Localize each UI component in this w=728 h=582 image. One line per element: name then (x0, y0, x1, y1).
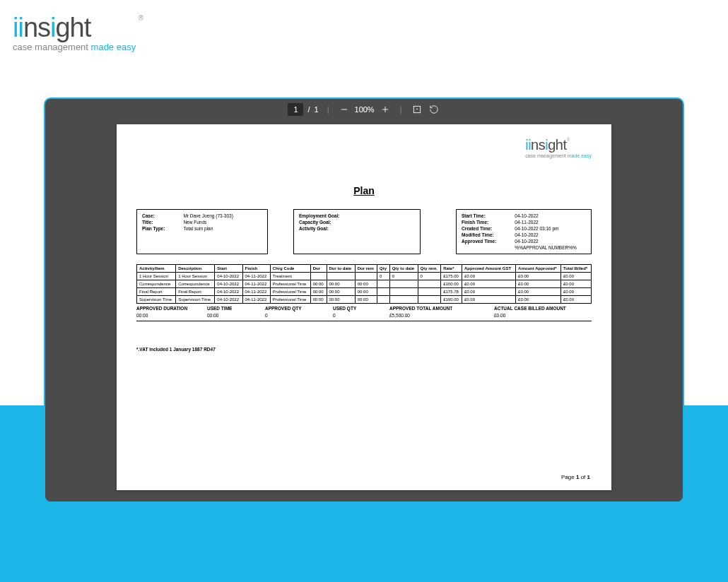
table-cell: 04-11-2022 (242, 280, 270, 288)
table-cell (418, 280, 441, 288)
table-cell: 04-11-2022 (242, 288, 270, 296)
table-cell (389, 296, 418, 304)
table-cell: Professional Time (270, 288, 310, 296)
table-cell (310, 273, 327, 280)
table-cell: £0.00 (462, 288, 516, 296)
document-page: iinsight® case management made easy Plan… (117, 124, 611, 490)
table-row: 1 Hour Session1 Hour Session04-10-202204… (137, 273, 592, 280)
table-header: Activity/Item (137, 265, 176, 273)
table-cell: Final Report (137, 288, 176, 296)
table-cell: £0.00 (560, 288, 591, 296)
plan-table: Activity/ItemDescriptionStartFinishChrg … (136, 264, 592, 304)
table-cell: £0.00 (462, 280, 516, 288)
document-title: Plan (136, 185, 592, 196)
table-cell (327, 273, 355, 280)
table-cell (418, 296, 441, 304)
table-cell: £175.00 (441, 273, 462, 280)
table-header: Finish (242, 265, 270, 273)
table-cell: 04-10-2022 (215, 288, 242, 296)
table-cell: £0.00 (516, 273, 561, 280)
table-cell: £190.00 (441, 296, 462, 304)
table-header: Total Billed* (560, 265, 591, 273)
table-cell: Professional Time (270, 280, 310, 288)
table-cell: Supervision Time (137, 296, 176, 304)
table-header: Start (215, 265, 242, 273)
meta-box-goals: Employment Goal: Capacity Goal: Activity… (293, 209, 421, 254)
fit-page-button[interactable] (411, 103, 423, 116)
table-cell: 00:00 (355, 296, 377, 304)
total-pages: 1 (315, 105, 319, 114)
table-cell: 04-10-2022 (215, 280, 242, 288)
table-cell (389, 288, 418, 296)
table-cell: 00:00 (355, 280, 377, 288)
table-cell: 0 (377, 273, 389, 280)
table-cell: £0.00 (516, 280, 561, 288)
table-cell: £0.00 (560, 273, 591, 280)
meta-box-times: Start Time:04-10-2022 Finish Time:04-11-… (456, 209, 592, 254)
zoom-in-button[interactable] (379, 103, 392, 116)
table-cell (377, 280, 389, 288)
table-cell: 04-10-2022 (215, 273, 242, 280)
table-cell: £0.00 (462, 273, 516, 280)
table-cell: 00:00 (310, 288, 327, 296)
table-header: Description (176, 265, 215, 273)
table-cell: 00:00 (310, 296, 327, 304)
table-header: Amount Approved* (516, 265, 561, 273)
table-cell: 00:00 (310, 280, 327, 288)
table-cell: 04-10-2022 (215, 296, 242, 304)
table-cell (355, 273, 377, 280)
table-cell: £100.00 (441, 280, 462, 288)
table-row: Supervision TimeSupervision Time04-10-20… (137, 296, 592, 304)
svg-rect-3 (413, 106, 420, 112)
document-scroll-area[interactable]: iinsight® case management made easy Plan… (45, 120, 683, 501)
page-separator: / (307, 105, 310, 114)
table-header: Rate* (441, 265, 462, 273)
zoom-level: 100% (355, 105, 375, 114)
footnote: *.VAT included 1 January 1887 RD47 (136, 347, 592, 352)
meta-box-case: Case:Mr Dave Joeng (73-303) Title:New Fu… (136, 209, 268, 254)
table-header: Qty rem. (418, 265, 441, 273)
table-header: Approved Amount GST (462, 265, 516, 273)
table-cell: 0 (389, 273, 418, 280)
table-cell: Final Report (176, 288, 215, 296)
table-cell: 00:00 (355, 288, 377, 296)
table-cell: Professional Time (270, 296, 310, 304)
table-cell: 00:00 (327, 288, 355, 296)
table-cell: £175.78 (441, 288, 462, 296)
table-cell: £0.00 (462, 296, 516, 304)
page-brand-logo: iinsight® case management made easy (525, 137, 592, 158)
page-number: Page 1 of 1 (561, 474, 590, 480)
meta-row: Case:Mr Dave Joeng (73-303) Title:New Fu… (136, 209, 592, 254)
table-cell: Treatment (270, 273, 310, 280)
table-cell (389, 280, 418, 288)
table-cell: 00:00 (327, 280, 355, 288)
brand-logo: iinsight® case management made easy (13, 13, 136, 52)
table-cell: Correspondence (176, 280, 215, 288)
totals-row: APPROVED DURATION00:00 USED TIME00:00 AP… (136, 304, 592, 321)
zoom-out-button[interactable] (338, 103, 351, 116)
table-cell: £0.00 (516, 296, 561, 304)
table-header: Dur to date (327, 265, 355, 273)
table-header: Qty to date (389, 265, 418, 273)
table-row: Final ReportFinal Report04-10-202204-11-… (137, 288, 592, 296)
table-cell: 1 Hour Session (137, 273, 176, 280)
table-cell: £0.00 (516, 288, 561, 296)
table-cell: 04-11-2022 (242, 296, 270, 304)
table-header: Dur rem (355, 265, 377, 273)
table-cell: 00:00 (327, 296, 355, 304)
table-row: CorrespondenceCorrespondence04-10-202204… (137, 280, 592, 288)
table-header: Qty (377, 265, 389, 273)
rotate-button[interactable] (428, 103, 440, 116)
table-cell: £0.00 (560, 296, 591, 304)
table-cell: 0 (418, 273, 441, 280)
table-cell (377, 288, 389, 296)
table-cell: Supervision Time (176, 296, 215, 304)
page-input[interactable] (288, 103, 303, 116)
table-cell: 1 Hour Session (176, 273, 215, 280)
table-cell (418, 288, 441, 296)
table-cell (377, 296, 389, 304)
table-cell: Correspondence (137, 280, 176, 288)
pdf-viewer-frame: / 1 | 100% | iinsight® case management m… (44, 97, 684, 503)
pdf-toolbar: / 1 | 100% | (45, 99, 683, 120)
table-header: Dur (310, 265, 327, 273)
